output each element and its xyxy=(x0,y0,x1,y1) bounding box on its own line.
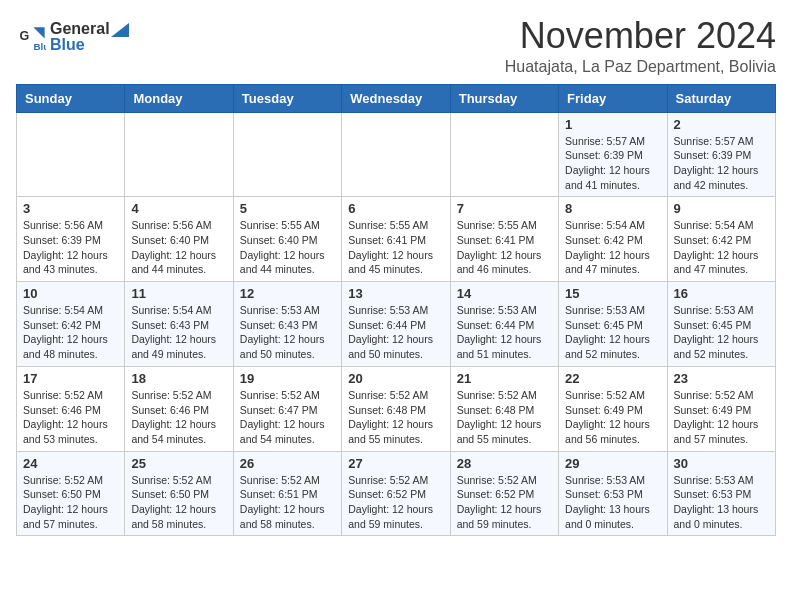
day-info: Sunrise: 5:57 AM Sunset: 6:39 PM Dayligh… xyxy=(674,134,769,193)
calendar-cell: 11Sunrise: 5:54 AM Sunset: 6:43 PM Dayli… xyxy=(125,282,233,367)
day-info: Sunrise: 5:53 AM Sunset: 6:44 PM Dayligh… xyxy=(457,303,552,362)
day-info: Sunrise: 5:53 AM Sunset: 6:43 PM Dayligh… xyxy=(240,303,335,362)
day-info: Sunrise: 5:53 AM Sunset: 6:45 PM Dayligh… xyxy=(565,303,660,362)
calendar-cell: 19Sunrise: 5:52 AM Sunset: 6:47 PM Dayli… xyxy=(233,366,341,451)
logo-blue-text: Blue xyxy=(50,36,130,54)
day-info: Sunrise: 5:52 AM Sunset: 6:50 PM Dayligh… xyxy=(131,473,226,532)
day-info: Sunrise: 5:52 AM Sunset: 6:48 PM Dayligh… xyxy=(348,388,443,447)
calendar-week-5: 24Sunrise: 5:52 AM Sunset: 6:50 PM Dayli… xyxy=(17,451,776,536)
svg-text:G: G xyxy=(19,29,29,43)
day-info: Sunrise: 5:55 AM Sunset: 6:41 PM Dayligh… xyxy=(348,218,443,277)
calendar-cell: 8Sunrise: 5:54 AM Sunset: 6:42 PM Daylig… xyxy=(559,197,667,282)
day-info: Sunrise: 5:56 AM Sunset: 6:40 PM Dayligh… xyxy=(131,218,226,277)
calendar-cell xyxy=(342,112,450,197)
day-info: Sunrise: 5:52 AM Sunset: 6:46 PM Dayligh… xyxy=(131,388,226,447)
day-info: Sunrise: 5:52 AM Sunset: 6:49 PM Dayligh… xyxy=(674,388,769,447)
calendar-cell: 1Sunrise: 5:57 AM Sunset: 6:39 PM Daylig… xyxy=(559,112,667,197)
day-info: Sunrise: 5:52 AM Sunset: 6:52 PM Dayligh… xyxy=(348,473,443,532)
day-number: 30 xyxy=(674,456,769,471)
day-number: 26 xyxy=(240,456,335,471)
calendar-cell: 29Sunrise: 5:53 AM Sunset: 6:53 PM Dayli… xyxy=(559,451,667,536)
day-number: 5 xyxy=(240,201,335,216)
calendar-cell: 15Sunrise: 5:53 AM Sunset: 6:45 PM Dayli… xyxy=(559,282,667,367)
logo-general: General xyxy=(50,20,110,37)
day-info: Sunrise: 5:57 AM Sunset: 6:39 PM Dayligh… xyxy=(565,134,660,193)
day-info: Sunrise: 5:54 AM Sunset: 6:42 PM Dayligh… xyxy=(674,218,769,277)
day-number: 25 xyxy=(131,456,226,471)
day-number: 20 xyxy=(348,371,443,386)
day-number: 13 xyxy=(348,286,443,301)
day-info: Sunrise: 5:52 AM Sunset: 6:48 PM Dayligh… xyxy=(457,388,552,447)
logo-icon: G Blue xyxy=(18,23,46,51)
calendar-cell xyxy=(17,112,125,197)
day-number: 10 xyxy=(23,286,118,301)
calendar-cell xyxy=(450,112,558,197)
day-number: 7 xyxy=(457,201,552,216)
day-number: 4 xyxy=(131,201,226,216)
col-header-sunday: Sunday xyxy=(17,84,125,112)
day-number: 8 xyxy=(565,201,660,216)
day-info: Sunrise: 5:52 AM Sunset: 6:52 PM Dayligh… xyxy=(457,473,552,532)
calendar-week-2: 3Sunrise: 5:56 AM Sunset: 6:39 PM Daylig… xyxy=(17,197,776,282)
calendar-cell: 21Sunrise: 5:52 AM Sunset: 6:48 PM Dayli… xyxy=(450,366,558,451)
calendar-cell: 18Sunrise: 5:52 AM Sunset: 6:46 PM Dayli… xyxy=(125,366,233,451)
day-info: Sunrise: 5:53 AM Sunset: 6:45 PM Dayligh… xyxy=(674,303,769,362)
day-info: Sunrise: 5:54 AM Sunset: 6:42 PM Dayligh… xyxy=(565,218,660,277)
day-number: 23 xyxy=(674,371,769,386)
day-info: Sunrise: 5:55 AM Sunset: 6:40 PM Dayligh… xyxy=(240,218,335,277)
day-info: Sunrise: 5:56 AM Sunset: 6:39 PM Dayligh… xyxy=(23,218,118,277)
day-info: Sunrise: 5:54 AM Sunset: 6:43 PM Dayligh… xyxy=(131,303,226,362)
calendar-cell: 24Sunrise: 5:52 AM Sunset: 6:50 PM Dayli… xyxy=(17,451,125,536)
calendar-week-4: 17Sunrise: 5:52 AM Sunset: 6:46 PM Dayli… xyxy=(17,366,776,451)
day-info: Sunrise: 5:53 AM Sunset: 6:53 PM Dayligh… xyxy=(565,473,660,532)
day-number: 6 xyxy=(348,201,443,216)
day-number: 22 xyxy=(565,371,660,386)
logo-triangle xyxy=(111,23,129,37)
title-block: November 2024 Huatajata, La Paz Departme… xyxy=(505,16,776,76)
logo: G Blue General Blue xyxy=(16,20,130,54)
calendar-cell: 10Sunrise: 5:54 AM Sunset: 6:42 PM Dayli… xyxy=(17,282,125,367)
day-info: Sunrise: 5:52 AM Sunset: 6:47 PM Dayligh… xyxy=(240,388,335,447)
day-info: Sunrise: 5:52 AM Sunset: 6:50 PM Dayligh… xyxy=(23,473,118,532)
day-number: 16 xyxy=(674,286,769,301)
calendar-table: SundayMondayTuesdayWednesdayThursdayFrid… xyxy=(16,84,776,537)
calendar-cell: 3Sunrise: 5:56 AM Sunset: 6:39 PM Daylig… xyxy=(17,197,125,282)
day-info: Sunrise: 5:52 AM Sunset: 6:46 PM Dayligh… xyxy=(23,388,118,447)
col-header-friday: Friday xyxy=(559,84,667,112)
calendar-cell: 9Sunrise: 5:54 AM Sunset: 6:42 PM Daylig… xyxy=(667,197,775,282)
day-info: Sunrise: 5:55 AM Sunset: 6:41 PM Dayligh… xyxy=(457,218,552,277)
svg-marker-4 xyxy=(111,23,129,37)
day-info: Sunrise: 5:54 AM Sunset: 6:42 PM Dayligh… xyxy=(23,303,118,362)
col-header-monday: Monday xyxy=(125,84,233,112)
calendar-cell: 28Sunrise: 5:52 AM Sunset: 6:52 PM Dayli… xyxy=(450,451,558,536)
col-header-wednesday: Wednesday xyxy=(342,84,450,112)
calendar-cell: 16Sunrise: 5:53 AM Sunset: 6:45 PM Dayli… xyxy=(667,282,775,367)
calendar-cell: 13Sunrise: 5:53 AM Sunset: 6:44 PM Dayli… xyxy=(342,282,450,367)
day-number: 29 xyxy=(565,456,660,471)
calendar-cell xyxy=(233,112,341,197)
day-number: 24 xyxy=(23,456,118,471)
location: Huatajata, La Paz Department, Bolivia xyxy=(505,58,776,76)
calendar-cell: 14Sunrise: 5:53 AM Sunset: 6:44 PM Dayli… xyxy=(450,282,558,367)
calendar-cell: 22Sunrise: 5:52 AM Sunset: 6:49 PM Dayli… xyxy=(559,366,667,451)
calendar-week-1: 1Sunrise: 5:57 AM Sunset: 6:39 PM Daylig… xyxy=(17,112,776,197)
day-number: 14 xyxy=(457,286,552,301)
calendar-cell: 5Sunrise: 5:55 AM Sunset: 6:40 PM Daylig… xyxy=(233,197,341,282)
day-info: Sunrise: 5:53 AM Sunset: 6:53 PM Dayligh… xyxy=(674,473,769,532)
day-number: 3 xyxy=(23,201,118,216)
col-header-thursday: Thursday xyxy=(450,84,558,112)
day-number: 11 xyxy=(131,286,226,301)
month-title: November 2024 xyxy=(505,16,776,56)
page-header: G Blue General Blue November 2024 Huataj… xyxy=(16,16,776,76)
day-number: 1 xyxy=(565,117,660,132)
calendar-cell: 30Sunrise: 5:53 AM Sunset: 6:53 PM Dayli… xyxy=(667,451,775,536)
calendar-cell: 4Sunrise: 5:56 AM Sunset: 6:40 PM Daylig… xyxy=(125,197,233,282)
day-number: 17 xyxy=(23,371,118,386)
calendar-cell: 17Sunrise: 5:52 AM Sunset: 6:46 PM Dayli… xyxy=(17,366,125,451)
day-info: Sunrise: 5:52 AM Sunset: 6:49 PM Dayligh… xyxy=(565,388,660,447)
day-number: 18 xyxy=(131,371,226,386)
day-number: 12 xyxy=(240,286,335,301)
day-info: Sunrise: 5:53 AM Sunset: 6:44 PM Dayligh… xyxy=(348,303,443,362)
day-number: 21 xyxy=(457,371,552,386)
col-header-saturday: Saturday xyxy=(667,84,775,112)
